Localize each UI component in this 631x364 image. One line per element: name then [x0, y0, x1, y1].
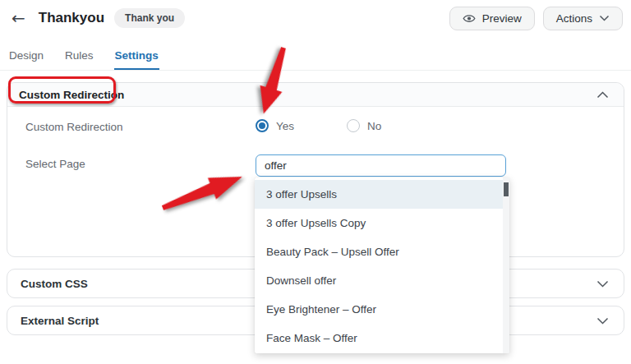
- select-page-input[interactable]: [256, 154, 506, 177]
- step-type-badge: Thank you: [114, 8, 185, 28]
- back-button[interactable]: ←: [8, 10, 29, 26]
- custom-redirection-radio-group: Yes No: [256, 119, 381, 132]
- radio-yes[interactable]: Yes: [256, 119, 294, 132]
- custom-redirection-header[interactable]: Custom Redirection: [7, 83, 624, 107]
- chevron-down-icon: [599, 15, 610, 21]
- dropdown-item[interactable]: 3 offer Upsells Copy: [255, 209, 509, 237]
- topbar: ← Thankyou Thank you Preview Actions: [8, 5, 623, 31]
- radio-yes-label: Yes: [276, 120, 294, 132]
- tab-rules[interactable]: Rules: [64, 46, 94, 70]
- radio-no-label: No: [367, 120, 381, 132]
- select-page-dropdown: 3 offer Upsells 3 offer Upsells Copy Bea…: [255, 177, 509, 353]
- custom-css-title: Custom CSS: [21, 278, 88, 290]
- topbar-right: Preview Actions: [449, 7, 623, 30]
- radio-no-circle[interactable]: [347, 119, 360, 132]
- custom-redirection-title: Custom Redirection: [19, 89, 124, 101]
- funnel-step-settings-page: ← Thankyou Thank you Preview Actions: [0, 0, 631, 364]
- chevron-down-icon[interactable]: [596, 313, 609, 328]
- dropdown-scrollbar-track[interactable]: [503, 177, 509, 353]
- dropdown-item[interactable]: Face Mask – Offer: [255, 324, 509, 352]
- eye-icon: [463, 13, 476, 24]
- external-script-title: External Script: [21, 315, 99, 327]
- topbar-left: ← Thankyou Thank you: [8, 8, 185, 28]
- actions-button[interactable]: Actions: [543, 7, 623, 30]
- chevron-down-icon[interactable]: [596, 276, 609, 291]
- dropdown-item[interactable]: 3 offer Upsells: [255, 180, 509, 209]
- tabs-row: Design Rules Settings: [0, 46, 631, 71]
- actions-button-label: Actions: [556, 12, 592, 25]
- radio-no[interactable]: No: [347, 119, 381, 132]
- chevron-up-icon[interactable]: [596, 87, 609, 102]
- custom-redirection-field-label: Custom Redirection: [25, 121, 123, 133]
- preview-button[interactable]: Preview: [449, 7, 535, 30]
- dropdown-item[interactable]: Eye Brightener – Offer: [255, 295, 509, 324]
- preview-button-label: Preview: [482, 12, 522, 25]
- dropdown-item[interactable]: Downsell offer: [255, 266, 509, 295]
- dropdown-item[interactable]: Beauty Pack – Upsell Offer: [255, 237, 509, 266]
- tab-design[interactable]: Design: [8, 46, 44, 70]
- select-page-field-label: Select Page: [25, 158, 85, 170]
- tab-settings[interactable]: Settings: [114, 46, 159, 70]
- radio-yes-circle[interactable]: [256, 119, 269, 132]
- dropdown-scrollbar-thumb[interactable]: [504, 182, 509, 196]
- page-title: Thankyou: [39, 10, 104, 26]
